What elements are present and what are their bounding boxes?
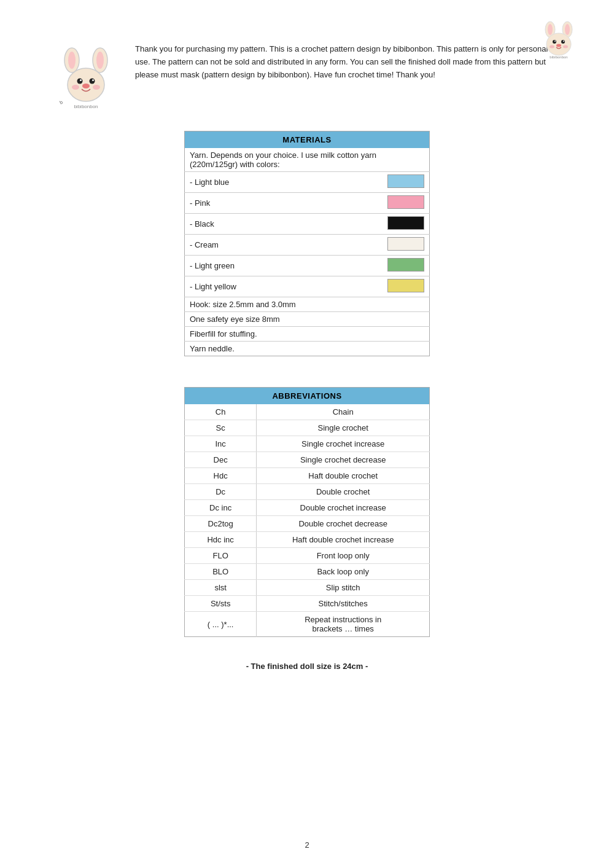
color-swatch [387, 216, 424, 230]
abbrev-row: Ch Chain [185, 404, 430, 420]
page-number: 2 [0, 840, 614, 850]
extra-material-row: One safety eye size 8mm [185, 312, 430, 327]
abbrev-meaning: Stitch/stitches [257, 596, 430, 612]
svg-text:bibibonbon: bibibonbon [550, 55, 567, 59]
abbrev-row: Dc Double crochet [185, 484, 430, 500]
svg-point-18 [77, 79, 83, 84]
color-row: - Light green [185, 256, 430, 276]
color-swatch-cell [344, 193, 430, 214]
abbrev-code: Dc2tog [185, 516, 257, 532]
abbrev-code: FLO [185, 548, 257, 564]
svg-point-20 [80, 79, 82, 81]
page: bibibonbon [0, 0, 614, 868]
svg-point-24 [93, 85, 100, 90]
svg-point-14 [68, 52, 76, 69]
abbrev-row: Dc inc Double crochet increase [185, 500, 430, 516]
color-label: - Cream [185, 235, 344, 256]
header-section: b bibibonbon Thank you for purchasing my… [49, 43, 565, 112]
color-swatch [387, 195, 424, 209]
extra-material-text: One safety eye size 8mm [185, 312, 430, 327]
abbrev-row: Sc Single crochet [185, 420, 430, 436]
svg-point-10 [550, 45, 554, 49]
yarn-intro-text: Yarn. Depends on your choice. I use milk… [185, 148, 430, 172]
color-swatch-cell [344, 235, 430, 256]
color-label: - Light green [185, 256, 344, 276]
abbrev-code: Sc [185, 420, 257, 436]
svg-point-1 [548, 24, 553, 35]
abbrev-code: Ch [185, 404, 257, 420]
svg-point-5 [553, 40, 556, 44]
abbrev-row: slst Slip stitch [185, 580, 430, 596]
svg-point-11 [563, 45, 568, 49]
color-swatch [387, 279, 424, 292]
top-right-logo: bibibonbon [534, 18, 583, 65]
materials-header: MATERIALS [185, 131, 430, 149]
color-swatch-cell [344, 256, 430, 276]
extra-material-text: Yarn neddle. [185, 342, 430, 356]
abbrev-meaning: Double crochet increase [257, 500, 430, 516]
svg-point-6 [561, 40, 565, 44]
abbrev-meaning: Repeat instructions inbrackets … times [257, 612, 430, 637]
color-label: - Light blue [185, 172, 344, 193]
finished-size: - The finished doll size is 24cm - [49, 662, 565, 671]
color-row: - Light yellow [185, 276, 430, 297]
svg-text:b: b [59, 99, 64, 105]
svg-point-23 [72, 85, 79, 90]
materials-table: MATERIALS Yarn. Depends on your choice. … [184, 131, 430, 356]
yarn-intro-row: Yarn. Depends on your choice. I use milk… [185, 148, 430, 172]
svg-point-9 [556, 44, 561, 47]
abbrev-meaning: Chain [257, 404, 430, 420]
color-swatch-cell [344, 172, 430, 193]
abbrev-row: Inc Single crochet increase [185, 436, 430, 452]
color-label: - Pink [185, 193, 344, 214]
color-label: - Light yellow [185, 276, 344, 297]
abbrev-row: FLO Front loop only [185, 548, 430, 564]
color-row: - Black [185, 214, 430, 235]
svg-point-21 [92, 79, 94, 81]
abbrev-code: St/sts [185, 596, 257, 612]
svg-point-8 [563, 41, 564, 42]
abbrev-row: Hdc inc Haft double crochet increase [185, 532, 430, 548]
abbrev-meaning: Back loop only [257, 564, 430, 580]
svg-point-16 [96, 52, 104, 69]
color-swatch-cell [344, 214, 430, 235]
abbrev-row: BLO Back loop only [185, 564, 430, 580]
abbrev-meaning: Single crochet [257, 420, 430, 436]
svg-point-7 [554, 41, 556, 42]
abbrev-meaning: Slip stitch [257, 580, 430, 596]
color-swatch [387, 258, 424, 272]
color-swatch-cell [344, 276, 430, 297]
abbrev-meaning: Double crochet decrease [257, 516, 430, 532]
abbrev-code: BLO [185, 564, 257, 580]
abbrev-meaning: Single crochet decrease [257, 452, 430, 468]
extra-material-text: Hook: size 2.5mm and 3.0mm [185, 297, 430, 312]
extra-material-row: Yarn neddle. [185, 342, 430, 356]
abbrev-code: Dec [185, 452, 257, 468]
abbrev-meaning: Single crochet increase [257, 436, 430, 452]
svg-text:bibibonbon: bibibonbon [74, 104, 98, 109]
abbrev-code: Hdc [185, 468, 257, 484]
svg-point-22 [82, 84, 90, 88]
extra-material-text: Fiberfill for stuffing. [185, 327, 430, 342]
abbrev-row: Hdc Haft double crochet [185, 468, 430, 484]
abbrev-row: Dec Single crochet decrease [185, 452, 430, 468]
svg-point-19 [90, 79, 95, 84]
color-row: - Cream [185, 235, 430, 256]
abbrev-code: Inc [185, 436, 257, 452]
abbreviations-table: ABBREVIATIONS Ch Chain Sc Single crochet… [184, 387, 430, 637]
logo-left: b bibibonbon [49, 43, 123, 112]
abbrev-code: Dc [185, 484, 257, 500]
abbrev-row: Dc2tog Double crochet decrease [185, 516, 430, 532]
color-swatch [387, 174, 424, 188]
abbrev-code: Hdc inc [185, 532, 257, 548]
abbrev-code: ( ... )*... [185, 612, 257, 637]
color-swatch [387, 237, 424, 251]
extra-material-row: Hook: size 2.5mm and 3.0mm [185, 297, 430, 312]
abbrev-meaning: Double crochet [257, 484, 430, 500]
abbrev-meaning: Haft double crochet [257, 468, 430, 484]
svg-point-3 [565, 24, 570, 35]
abbrev-meaning: Front loop only [257, 548, 430, 564]
color-label: - Black [185, 214, 344, 235]
abbrev-meaning: Haft double crochet increase [257, 532, 430, 548]
abbrev-code: Dc inc [185, 500, 257, 516]
